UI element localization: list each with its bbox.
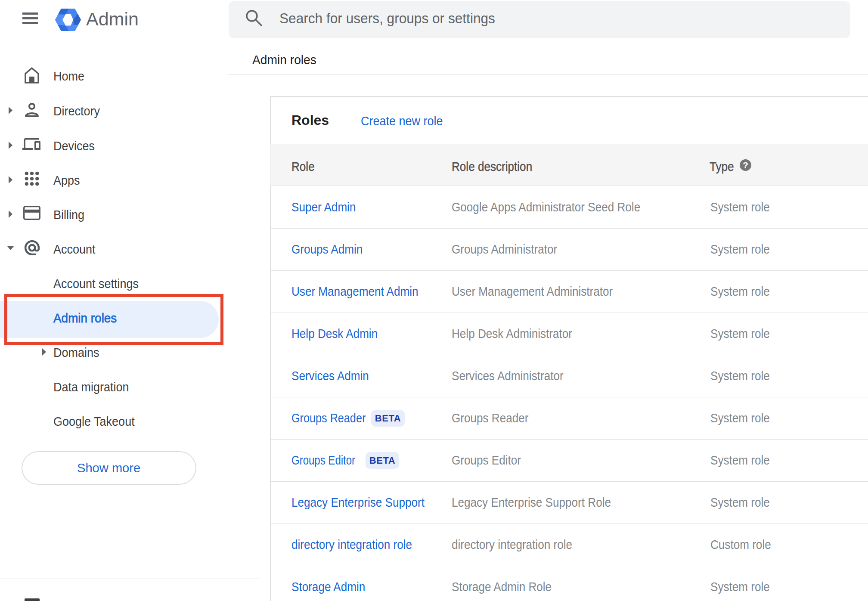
svg-text:?: ? xyxy=(743,160,748,170)
